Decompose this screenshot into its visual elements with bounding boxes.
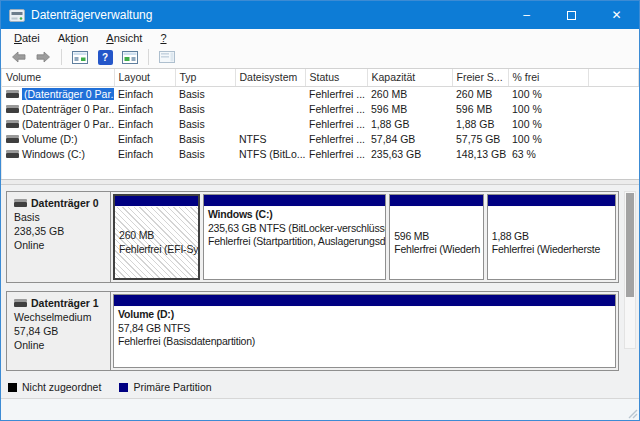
partition-title: Volume (D:) <box>118 308 611 322</box>
menu-hilfe[interactable]: ? <box>151 31 175 45</box>
maximize-icon <box>567 11 576 20</box>
disk-status: Online <box>14 238 108 252</box>
primary-partition-swatch <box>119 383 128 392</box>
partition-color-bar <box>204 195 385 207</box>
partition-efi[interactable]: 260 MB Fehlerfrei (EFI-Sy <box>113 194 200 280</box>
disk-size: 238,35 GB <box>14 224 108 238</box>
title-bar[interactable]: Datenträgerverwaltung – ✕ <box>1 1 639 29</box>
table-header-row: Volume Layout Typ Dateisystem Status Kap… <box>2 69 639 86</box>
back-icon[interactable] <box>8 48 28 66</box>
volume-name: Windows (C:) <box>22 148 85 160</box>
disk-size: 57,84 GB <box>14 324 108 338</box>
volume-icon <box>6 105 19 113</box>
column-header-typ[interactable]: Typ <box>175 69 235 86</box>
menu-bar: Datei Aktion Ansicht ? <box>1 29 639 46</box>
volume-table: Volume Layout Typ Dateisystem Status Kap… <box>2 69 639 161</box>
legend-label: Primäre Partition <box>133 381 211 393</box>
disk-icon <box>14 299 27 307</box>
partition-color-bar <box>115 196 198 207</box>
disk-1-strip: Datenträger 1 Wechselmedium 57,84 GB Onl… <box>6 291 619 371</box>
disk-name: Datenträger 0 <box>31 196 99 210</box>
volume-icon <box>6 120 19 128</box>
disk-name: Datenträger 1 <box>31 296 99 310</box>
volume-name: Volume (D:) <box>22 133 77 145</box>
maximize-button[interactable] <box>549 1 594 29</box>
partition-windows-c[interactable]: Windows (C:) 235,63 GB NTFS (BitLocker-v… <box>203 194 386 280</box>
column-header-prozent-frei[interactable]: % frei <box>508 69 588 86</box>
legend: Nicht zugeordnet Primäre Partition <box>8 381 212 393</box>
menu-aktion[interactable]: Aktion <box>49 31 98 45</box>
legend-item-unallocated: Nicht zugeordnet <box>8 381 101 393</box>
partition-color-bar <box>390 195 483 207</box>
volume-name: (Datenträger 0 Par... <box>22 88 114 100</box>
disk-type: Basis <box>14 210 108 224</box>
partition-status: Fehlerfrei (EFI-Sy <box>119 243 194 257</box>
partition-status: Fehlerfrei (Wiederh <box>394 243 479 257</box>
partition-title: Windows (C:) <box>208 208 381 222</box>
menu-ansicht[interactable]: Ansicht <box>97 31 151 45</box>
action-pane-icon[interactable] <box>157 48 177 66</box>
partition-color-bar <box>488 195 615 207</box>
help-icon[interactable]: ? <box>95 48 115 66</box>
column-header-filler <box>588 69 639 86</box>
partition-size: 260 MB <box>119 229 194 243</box>
column-header-freier-speicher[interactable]: Freier S... <box>452 69 508 86</box>
disk-type: Wechselmedium <box>14 310 108 324</box>
toolbar: ? <box>1 46 639 69</box>
disk-status: Online <box>14 338 108 352</box>
partition-size: 1,88 GB <box>492 230 611 244</box>
app-icon <box>9 9 25 22</box>
partition-recovery-2[interactable]: 1,88 GB Fehlerfrei (Wiederherste <box>487 194 616 280</box>
volume-row-recovery[interactable]: (Datenträger 0 Par... Einfach Basis Fehl… <box>2 116 639 131</box>
console-tree-icon[interactable] <box>70 48 90 66</box>
column-header-volume[interactable]: Volume <box>2 69 114 86</box>
partition-color-bar <box>114 295 615 307</box>
volume-icon <box>6 135 19 143</box>
menu-datei[interactable]: Datei <box>5 31 49 45</box>
partition-volume-d[interactable]: Volume (D:) 57,84 GB NTFS Fehlerfrei (Ba… <box>113 294 616 368</box>
volume-name: (Datenträger 0 Par... <box>22 103 114 115</box>
disk-icon <box>14 199 27 207</box>
partition-size: 57,84 GB NTFS <box>118 322 611 336</box>
volume-name: (Datenträger 0 Par... <box>22 118 114 130</box>
legend-item-primary: Primäre Partition <box>119 381 211 393</box>
graphical-view-pane: Datenträger 0 Basis 238,35 GB Online 260… <box>1 185 639 398</box>
console-window-icon[interactable] <box>120 48 140 66</box>
volume-row-c[interactable]: Windows (C:) Einfach Basis NTFS (BitLo..… <box>2 146 639 161</box>
volume-row-d[interactable]: Volume (D:) Einfach Basis NTFS Fehlerfre… <box>2 131 639 146</box>
volume-row-msr[interactable]: (Datenträger 0 Par... Einfach Basis Fehl… <box>2 101 639 116</box>
toolbar-separator <box>148 49 149 65</box>
disk-0-strip: Datenträger 0 Basis 238,35 GB Online 260… <box>6 191 619 283</box>
unallocated-swatch <box>8 383 17 392</box>
disk-1-info[interactable]: Datenträger 1 Wechselmedium 57,84 GB Onl… <box>7 292 111 370</box>
legend-label: Nicht zugeordnet <box>22 381 101 393</box>
volume-row-efi[interactable]: (Datenträger 0 Par... Einfach Basis Fehl… <box>2 86 639 101</box>
partition-size: 235,63 GB NTFS (BitLocker-verschlüsselt) <box>208 222 381 236</box>
partition-status: Fehlerfrei (Basisdatenpartition) <box>118 335 611 349</box>
column-header-layout[interactable]: Layout <box>114 69 175 86</box>
column-header-dateisystem[interactable]: Dateisystem <box>235 69 305 86</box>
status-bar <box>1 398 639 420</box>
toolbar-separator <box>61 49 62 65</box>
column-header-status[interactable]: Status <box>305 69 367 86</box>
volume-list-pane: Volume Layout Typ Dateisystem Status Kap… <box>1 69 639 179</box>
partition-status: Fehlerfrei (Startpartition, Auslagerungs… <box>208 235 381 249</box>
volume-icon <box>6 90 19 98</box>
disk-management-window: Datenträgerverwaltung – ✕ Datei Aktion A… <box>0 0 640 421</box>
vertical-scrollbar[interactable] <box>624 191 636 349</box>
partition-recovery-1[interactable]: 596 MB Fehlerfrei (Wiederh <box>389 194 484 280</box>
close-button[interactable]: ✕ <box>594 1 639 29</box>
disk-0-info[interactable]: Datenträger 0 Basis 238,35 GB Online <box>7 192 111 282</box>
volume-icon <box>6 150 19 158</box>
window-title: Datenträgerverwaltung <box>31 8 152 22</box>
scrollbar-thumb[interactable] <box>626 193 634 297</box>
partition-status: Fehlerfrei (Wiederherste <box>492 243 611 257</box>
column-header-kapazitaet[interactable]: Kapazität <box>367 69 452 86</box>
minimize-button[interactable]: – <box>504 1 549 29</box>
resize-grip[interactable] <box>626 407 638 419</box>
partition-size: 596 MB <box>394 230 479 244</box>
forward-icon[interactable] <box>33 48 53 66</box>
